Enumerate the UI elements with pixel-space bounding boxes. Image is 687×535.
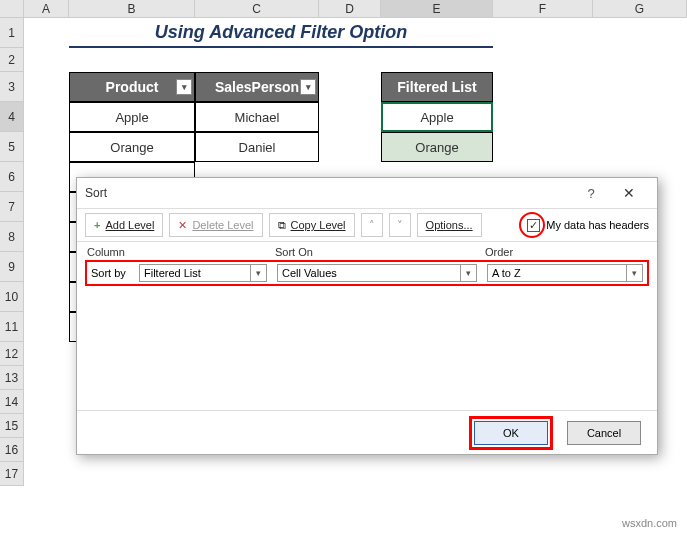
- dialog-title: Sort: [85, 186, 107, 200]
- sort-column-combo[interactable]: Filtered List ▾: [139, 264, 267, 282]
- delete-level-button[interactable]: ✕ Delete Level: [169, 213, 262, 237]
- col-header[interactable]: A: [24, 0, 69, 18]
- row-header[interactable]: 9: [0, 252, 24, 282]
- annotation-circle: [519, 212, 545, 238]
- add-level-button[interactable]: + Add Level: [85, 213, 163, 237]
- cancel-button[interactable]: Cancel: [567, 421, 641, 445]
- cell-b5[interactable]: Orange: [69, 132, 195, 162]
- row-header[interactable]: 11: [0, 312, 24, 342]
- filter-dropdown-icon[interactable]: ▾: [176, 79, 192, 95]
- sort-on-combo[interactable]: Cell Values ▾: [277, 264, 477, 282]
- label: SalesPerson: [215, 79, 299, 95]
- help-button[interactable]: ?: [573, 186, 609, 201]
- label: Delete Level: [192, 219, 253, 231]
- cell-b4[interactable]: Apple: [69, 102, 195, 132]
- chevron-down-icon: ˅: [397, 219, 403, 232]
- row-header[interactable]: 7: [0, 192, 24, 222]
- headers-checkbox-wrap: ✓ My data has headers: [527, 219, 649, 232]
- page-title: Using Advanced Filter Option: [69, 18, 493, 48]
- chevron-down-icon: ▾: [250, 265, 266, 281]
- label: Add Level: [105, 219, 154, 231]
- col-header[interactable]: F: [493, 0, 593, 18]
- sortby-label: Sort by: [91, 267, 139, 279]
- label: Filtered List: [397, 79, 476, 95]
- label: Product: [106, 79, 159, 95]
- plus-icon: +: [94, 219, 100, 231]
- col-header[interactable]: E: [381, 0, 493, 18]
- col-header-order: Order: [485, 246, 513, 258]
- table-header-product: Product ▾: [69, 72, 195, 102]
- move-down-button[interactable]: ˅: [389, 213, 411, 237]
- table-header-filtered: Filtered List: [381, 72, 493, 102]
- col-header[interactable]: G: [593, 0, 687, 18]
- dialog-toolbar: + Add Level ✕ Delete Level ⧉ Copy Level …: [77, 208, 657, 242]
- close-button[interactable]: ✕: [609, 185, 649, 201]
- dialog-footer: OK Cancel: [77, 410, 657, 454]
- row-header[interactable]: 13: [0, 366, 24, 390]
- row-header[interactable]: 1: [0, 18, 24, 48]
- row-header[interactable]: 15: [0, 414, 24, 438]
- cell-c5[interactable]: Daniel: [195, 132, 319, 162]
- ok-button[interactable]: OK: [474, 421, 548, 445]
- row-header[interactable]: 2: [0, 48, 24, 72]
- row-header[interactable]: 4: [0, 102, 24, 132]
- col-header[interactable]: D: [319, 0, 381, 18]
- row-header[interactable]: 3: [0, 72, 24, 102]
- filter-dropdown-icon[interactable]: ▾: [300, 79, 316, 95]
- value: A to Z: [492, 267, 521, 279]
- dialog-column-headers: Column Sort On Order: [77, 242, 657, 260]
- sort-criteria-row: Sort by Filtered List ▾ Cell Values ▾ A …: [85, 260, 649, 286]
- watermark: wsxdn.com: [622, 517, 677, 529]
- label: Copy Level: [291, 219, 346, 231]
- cell-c4[interactable]: Michael: [195, 102, 319, 132]
- value: Filtered List: [144, 267, 201, 279]
- row-header[interactable]: 8: [0, 222, 24, 252]
- options-button[interactable]: Options...: [417, 213, 482, 237]
- chevron-down-icon: ▾: [460, 265, 476, 281]
- x-icon: ✕: [178, 219, 187, 232]
- value: Cell Values: [282, 267, 337, 279]
- row-header[interactable]: 14: [0, 390, 24, 414]
- table-header-salesperson: SalesPerson ▾: [195, 72, 319, 102]
- row-header[interactable]: 16: [0, 438, 24, 462]
- col-header[interactable]: B: [69, 0, 195, 18]
- label: Options...: [426, 219, 473, 231]
- row-header[interactable]: 10: [0, 282, 24, 312]
- annotation-box: OK: [469, 416, 553, 450]
- row-header[interactable]: 17: [0, 462, 24, 486]
- move-up-button[interactable]: ˄: [361, 213, 383, 237]
- chevron-up-icon: ˄: [369, 219, 375, 232]
- cell-e4-selected[interactable]: Apple: [381, 102, 493, 132]
- copy-icon: ⧉: [278, 219, 286, 232]
- select-all-corner[interactable]: [0, 0, 24, 18]
- cell-e5[interactable]: Orange: [381, 132, 493, 162]
- chevron-down-icon: ▾: [626, 265, 642, 281]
- label: My data has headers: [546, 219, 649, 231]
- col-header-column: Column: [87, 246, 275, 258]
- row-header[interactable]: 6: [0, 162, 24, 192]
- copy-level-button[interactable]: ⧉ Copy Level: [269, 213, 355, 237]
- row-header[interactable]: 5: [0, 132, 24, 162]
- row-header[interactable]: 12: [0, 342, 24, 366]
- sort-dialog: Sort ? ✕ + Add Level ✕ Delete Level ⧉ Co…: [76, 177, 658, 455]
- order-combo[interactable]: A to Z ▾: [487, 264, 643, 282]
- col-header-sorton: Sort On: [275, 246, 485, 258]
- dialog-titlebar[interactable]: Sort ? ✕: [77, 178, 657, 208]
- col-header[interactable]: C: [195, 0, 319, 18]
